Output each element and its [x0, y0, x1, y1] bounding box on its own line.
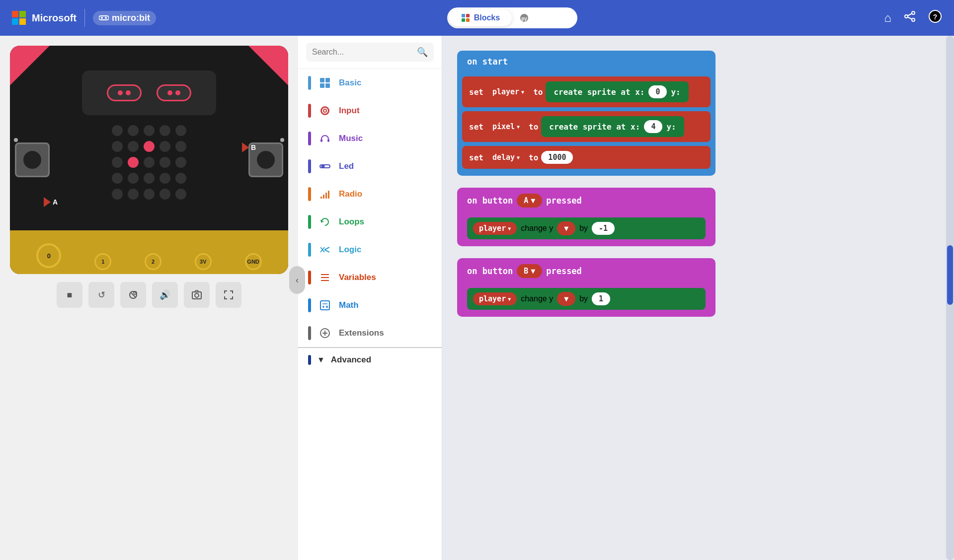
player-b-arrow: ▼	[508, 296, 511, 302]
sidebar-item-variables[interactable]: Variables	[298, 264, 442, 291]
python-icon: py	[520, 13, 529, 22]
sidebar-item-loops[interactable]: Loops	[298, 208, 442, 236]
led-eye-right	[157, 84, 191, 101]
to-kw-1: to	[533, 87, 543, 97]
collapse-panel-button[interactable]: ‹	[289, 266, 305, 294]
right-scrollbar[interactable]	[946, 36, 954, 560]
button-a-circle	[23, 151, 41, 169]
set-pixel-row: set pixel ▼ to create sprite at x: 4 y:	[462, 111, 711, 142]
change-y-direction-b[interactable]: ▼	[557, 292, 575, 306]
variables-label: Variables	[339, 273, 376, 282]
svg-rect-23	[320, 83, 324, 88]
button-b-select[interactable]: B ▼	[517, 264, 542, 278]
search-box: 🔍	[298, 36, 442, 69]
led-1-4	[175, 141, 186, 152]
led-2-1	[128, 157, 139, 168]
screenshot-button[interactable]	[184, 282, 210, 308]
sidebar-item-extensions[interactable]: Extensions	[298, 319, 442, 347]
pin-gnd[interactable]: GND	[245, 253, 262, 270]
led-3-0	[112, 173, 123, 184]
led-1-1	[128, 141, 139, 152]
search-wrap: 🔍	[306, 43, 434, 62]
on-button-a-on: on button	[467, 196, 513, 206]
pin-3v[interactable]: 3V	[195, 253, 212, 270]
extensions-label: Extensions	[339, 328, 384, 338]
change-val-b[interactable]: 1	[592, 292, 610, 305]
stop-button[interactable]: ■	[57, 282, 82, 308]
loops-refresh-icon	[319, 216, 330, 227]
led-4-2	[144, 189, 155, 200]
svg-point-9	[912, 11, 915, 14]
pixel-x-val[interactable]: 4	[644, 120, 662, 133]
debug-button[interactable]	[120, 282, 146, 308]
music-label: Music	[339, 134, 363, 143]
pins-bar: 0 1 2 3V GND	[10, 230, 288, 274]
sidebar-item-logic[interactable]: Logic	[298, 236, 442, 264]
microbit-icon	[99, 15, 109, 21]
sound-button[interactable]: 🔊	[152, 282, 178, 308]
microbit-label: micro:bit	[112, 13, 150, 23]
scrollbar-thumb[interactable]	[947, 245, 953, 305]
restart-button[interactable]: ↺	[88, 282, 114, 308]
flag-a-triangle	[44, 197, 51, 207]
y-label-1: y:	[671, 87, 680, 97]
flag-a-label: A	[53, 198, 58, 206]
led-4-4	[175, 189, 186, 200]
sidebar-item-music[interactable]: Music	[298, 125, 442, 152]
change-y-direction-a[interactable]: ▼	[557, 221, 575, 235]
set-player-row: set player ▼ to create sprite at x: 0 y:	[462, 76, 711, 107]
blocks-button[interactable]: Blocks	[449, 9, 512, 26]
sidebar-item-advanced[interactable]: ▼ Advanced	[298, 347, 442, 372]
topnav: Microsoft micro:bit Blocks	[0, 0, 954, 36]
screenshot-icon	[191, 289, 202, 300]
pin-0[interactable]: 0	[36, 243, 61, 268]
svg-point-31	[321, 165, 325, 168]
button-a-select[interactable]: A ▼	[517, 194, 542, 208]
python-dropdown-arrow[interactable]: ▼	[559, 13, 567, 22]
basic-color-bar	[308, 76, 311, 90]
blocks-area: on start set player ▼ to create sprite a…	[457, 51, 716, 317]
led-0-2	[144, 125, 155, 136]
help-button[interactable]: ?	[928, 9, 942, 26]
sidebar-item-math[interactable]: Math	[298, 291, 442, 319]
change-val-a[interactable]: -1	[592, 222, 615, 235]
svg-rect-3	[462, 14, 465, 17]
extensions-color-bar	[308, 326, 311, 340]
set-delay-row: set delay ▼ to 1000	[462, 146, 711, 169]
delay-val[interactable]: 1000	[541, 151, 573, 164]
button-a-sim[interactable]	[15, 142, 50, 177]
player-dropdown-arrow: ▼	[521, 89, 524, 95]
microbit-logo: micro:bit	[93, 11, 156, 25]
search-input[interactable]	[312, 48, 413, 57]
on-button-b-on: on button	[467, 266, 513, 276]
led-1-2	[144, 141, 155, 152]
sidebar-item-led[interactable]: Led	[298, 152, 442, 180]
home-button[interactable]: ⌂	[884, 11, 892, 25]
svg-rect-28	[320, 139, 322, 142]
svg-line-12	[908, 14, 912, 16]
player-var-pill-b[interactable]: player ▼	[473, 292, 517, 305]
sidebar-item-basic[interactable]: Basic	[298, 69, 442, 97]
player-x-val[interactable]: 0	[648, 85, 667, 98]
led-color-bar	[308, 159, 311, 173]
eye-dot3	[167, 90, 172, 95]
svg-line-38	[324, 247, 329, 250]
pixel-var-pill[interactable]: pixel ▼	[486, 120, 526, 133]
svg-rect-34	[325, 193, 327, 199]
python-switcher[interactable]: py Python ▼	[512, 9, 575, 26]
radio-signal-icon	[319, 189, 330, 200]
player-var-pill-a[interactable]: player ▼	[473, 222, 517, 235]
share-button[interactable]	[903, 10, 916, 26]
sidebar-item-radio[interactable]: Radio	[298, 180, 442, 208]
variables-icon	[318, 271, 332, 284]
math-color-bar	[308, 298, 311, 312]
player-var-pill[interactable]: player ▼	[486, 85, 530, 98]
pin-2[interactable]: 2	[145, 253, 161, 270]
fullscreen-button[interactable]	[216, 282, 241, 308]
decor-tri-tl	[10, 46, 50, 85]
delay-var-pill[interactable]: delay ▼	[486, 151, 526, 164]
sidebar-item-input[interactable]: Input	[298, 97, 442, 125]
input-circle-icon	[319, 105, 330, 116]
led-3-2	[144, 173, 155, 184]
pin-1[interactable]: 1	[94, 253, 111, 270]
